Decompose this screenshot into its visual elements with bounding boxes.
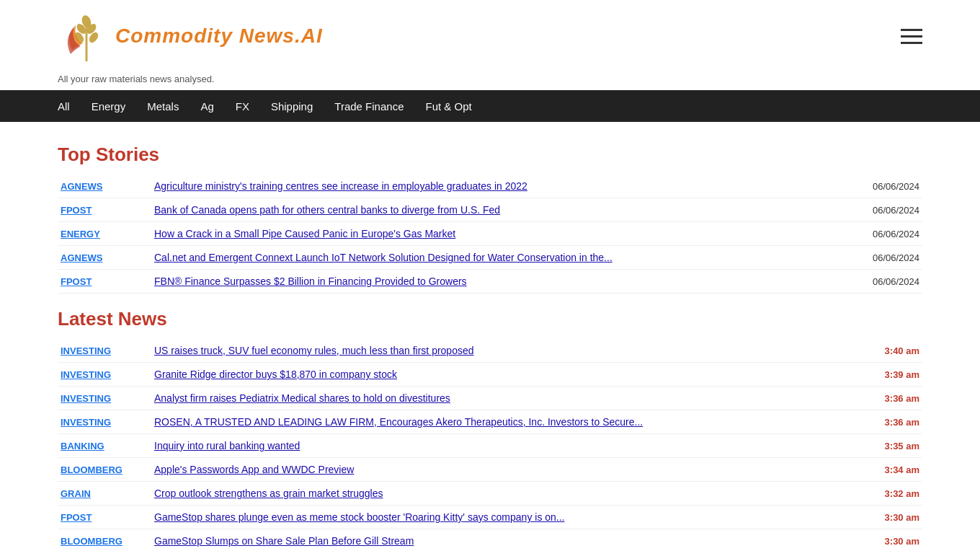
nav-item-shipping[interactable]: Shipping <box>271 92 313 121</box>
hamburger-line-2 <box>901 35 922 38</box>
latest-news-row: BLOOMBERG GameStop Slumps on Share Sale … <box>58 529 922 552</box>
logo-icon <box>58 7 115 65</box>
latest-news-row: INVESTING Granite Ridge director buys $1… <box>58 363 922 387</box>
nav-item-trade-finance[interactable]: Trade Finance <box>334 92 404 121</box>
story-headline[interactable]: FBN® Finance Surpasses $2 Billion in Fin… <box>151 270 836 294</box>
latest-news-row: INVESTING ROSEN, A TRUSTED AND LEADING L… <box>58 410 922 434</box>
main-content: Top Stories AGNEWS Agriculture ministry'… <box>0 122 980 551</box>
news-headline[interactable]: GameStop Slumps on Share Sale Plan Befor… <box>151 529 858 552</box>
nav-item-ag[interactable]: Ag <box>200 92 213 121</box>
hamburger-line-3 <box>901 42 922 44</box>
news-headline[interactable]: ROSEN, A TRUSTED AND LEADING LAW FIRM, E… <box>151 410 858 434</box>
latest-news-row: FPOST GameStop shares plunge even as mem… <box>58 506 922 529</box>
top-stories-title: Top Stories <box>58 144 922 166</box>
story-source[interactable]: ENERGY <box>58 222 151 246</box>
hamburger-menu[interactable] <box>901 29 922 44</box>
latest-news-row: BLOOMBERG Apple's Passwords App and WWDC… <box>58 458 922 482</box>
news-headline[interactable]: Inquiry into rural banking wanted <box>151 434 858 458</box>
news-source[interactable]: BANKING <box>58 434 151 458</box>
news-source[interactable]: BLOOMBERG <box>58 529 151 552</box>
header: Commodity News.AI <box>0 0 980 72</box>
news-time: 3:35 am <box>858 434 922 458</box>
story-date: 06/06/2024 <box>836 246 922 270</box>
news-time: 3:39 am <box>858 363 922 387</box>
nav-item-fut-opt[interactable]: Fut & Opt <box>425 92 471 121</box>
news-headline[interactable]: Crop outlook strengthens as grain market… <box>151 482 858 506</box>
news-time: 3:30 am <box>858 529 922 552</box>
story-source[interactable]: AGNEWS <box>58 175 151 198</box>
news-source[interactable]: FPOST <box>58 506 151 529</box>
top-story-row: FPOST Bank of Canada opens path for othe… <box>58 198 922 222</box>
story-date: 06/06/2024 <box>836 198 922 222</box>
top-story-row: AGNEWS Agriculture ministry's training c… <box>58 175 922 198</box>
top-story-row: FPOST FBN® Finance Surpasses $2 Billion … <box>58 270 922 294</box>
logo-title: Commodity News.AI <box>115 25 323 48</box>
tagline: All your raw materials news analysed. <box>0 72 980 90</box>
story-headline[interactable]: Agriculture ministry's training centres … <box>151 175 836 198</box>
story-date: 06/06/2024 <box>836 222 922 246</box>
news-source[interactable]: INVESTING <box>58 410 151 434</box>
news-source[interactable]: INVESTING <box>58 387 151 410</box>
story-date: 06/06/2024 <box>836 175 922 198</box>
news-time: 3:36 am <box>858 387 922 410</box>
news-source[interactable]: INVESTING <box>58 339 151 363</box>
story-headline[interactable]: Cal.net and Emergent Connext Launch IoT … <box>151 246 836 270</box>
news-source[interactable]: BLOOMBERG <box>58 458 151 482</box>
latest-news-row: INVESTING US raises truck, SUV fuel econ… <box>58 339 922 363</box>
story-source[interactable]: FPOST <box>58 270 151 294</box>
latest-news-table: INVESTING US raises truck, SUV fuel econ… <box>58 339 922 551</box>
news-headline[interactable]: Apple's Passwords App and WWDC Preview <box>151 458 858 482</box>
news-headline[interactable]: Analyst firm raises Pediatrix Medical sh… <box>151 387 858 410</box>
story-headline[interactable]: How a Crack in a Small Pipe Caused Panic… <box>151 222 836 246</box>
top-story-row: AGNEWS Cal.net and Emergent Connext Laun… <box>58 246 922 270</box>
news-source[interactable]: INVESTING <box>58 363 151 387</box>
news-headline[interactable]: US raises truck, SUV fuel economy rules,… <box>151 339 858 363</box>
news-time: 3:40 am <box>858 339 922 363</box>
hamburger-line-1 <box>901 29 922 31</box>
nav-bar: All Energy Metals Ag FX Shipping Trade F… <box>0 90 980 122</box>
latest-news-row: INVESTING Analyst firm raises Pediatrix … <box>58 387 922 410</box>
latest-news-row: BANKING Inquiry into rural banking wante… <box>58 434 922 458</box>
nav-item-all[interactable]: All <box>58 92 70 121</box>
story-headline[interactable]: Bank of Canada opens path for others cen… <box>151 198 836 222</box>
logo-area: Commodity News.AI <box>58 7 323 65</box>
logo-text: Commodity News.AI <box>115 25 323 48</box>
news-time: 3:34 am <box>858 458 922 482</box>
story-source[interactable]: FPOST <box>58 198 151 222</box>
news-time: 3:36 am <box>858 410 922 434</box>
news-source[interactable]: GRAIN <box>58 482 151 506</box>
latest-news-title: Latest News <box>58 308 922 330</box>
news-headline[interactable]: Granite Ridge director buys $18,870 in c… <box>151 363 858 387</box>
latest-news-row: GRAIN Crop outlook strengthens as grain … <box>58 482 922 506</box>
nav-item-metals[interactable]: Metals <box>147 92 179 121</box>
news-time: 3:30 am <box>858 506 922 529</box>
top-story-row: ENERGY How a Crack in a Small Pipe Cause… <box>58 222 922 246</box>
top-stories-table: AGNEWS Agriculture ministry's training c… <box>58 175 922 294</box>
news-headline[interactable]: GameStop shares plunge even as meme stoc… <box>151 506 858 529</box>
nav-item-fx[interactable]: FX <box>236 92 249 121</box>
nav-item-energy[interactable]: Energy <box>92 92 126 121</box>
story-date: 06/06/2024 <box>836 270 922 294</box>
story-source[interactable]: AGNEWS <box>58 246 151 270</box>
news-time: 3:32 am <box>858 482 922 506</box>
